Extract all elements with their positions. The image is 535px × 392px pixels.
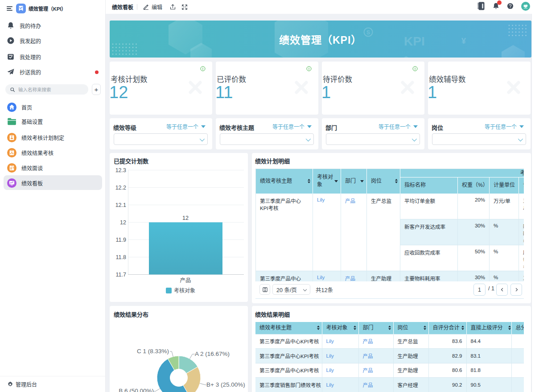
svg-text:12.2: 12.2 <box>115 185 126 191</box>
svg-text:绩效管理（KPI）: 绩效管理（KPI） <box>279 34 362 46</box>
svg-text:C 1 (8.33%): C 1 (8.33%) <box>137 348 169 355</box>
svg-text:12.1: 12.1 <box>115 202 126 208</box>
svg-text:S: S <box>366 29 370 36</box>
svg-text:B+ 3 (25.00%): B+ 3 (25.00%) <box>206 381 245 388</box>
svg-text:产品: 产品 <box>180 277 191 284</box>
svg-text:11.7: 11.7 <box>116 272 126 278</box>
svg-text:考核对象: 考核对象 <box>174 288 195 294</box>
svg-text:B 6 (50.00%): B 6 (50.00%) <box>119 388 154 392</box>
svg-text:A 2 (16.67%): A 2 (16.67%) <box>195 351 230 357</box>
svg-text:11.8: 11.8 <box>116 254 126 260</box>
svg-text:12: 12 <box>120 219 126 226</box>
svg-text:¥: ¥ <box>461 37 466 45</box>
svg-text:11.9: 11.9 <box>116 237 126 243</box>
svg-text:12.3: 12.3 <box>115 167 126 173</box>
svg-text:KPI: KPI <box>404 34 425 48</box>
svg-text:12: 12 <box>182 215 189 221</box>
